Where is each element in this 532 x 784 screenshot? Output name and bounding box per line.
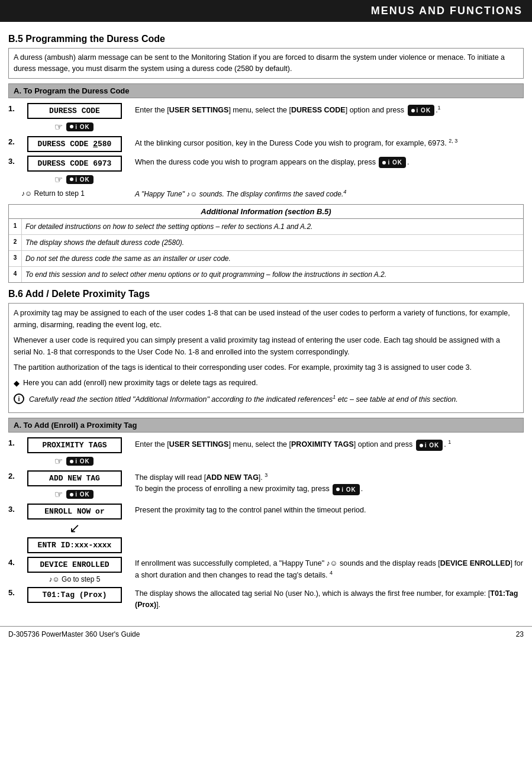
b6-step1-icon-row: ☞ i OK — [54, 456, 95, 467]
b6-step3-right: Present the proximity tag to the control… — [135, 504, 524, 516]
b6-step5-left: T01:Tag (Prox) — [21, 587, 128, 603]
b6-step4-display: DEVICE ENROLLED — [27, 557, 122, 573]
page-header: MENUS AND FUNCTIONS — [0, 0, 532, 22]
b6-step3-display1: ENROLL NOW or — [27, 504, 122, 520]
footer-right: 23 — [516, 630, 524, 638]
b6-step5-display: T01:Tag (Prox) — [27, 587, 122, 603]
page-footer: D-305736 PowerMaster 360 User's Guide 23 — [0, 626, 532, 642]
b5-step1-left: DURESS CODE ☞ i OK — [21, 103, 128, 133]
b5-step2-left: DURESS CODE 2580 — [21, 136, 128, 152]
b6-step2-display: ADD NEW TAG — [27, 470, 122, 486]
b5-step2-right: At the blinking cursor position, key in … — [135, 136, 524, 149]
b5-step1-right: Enter the [USER SETTINGS] menu, select t… — [135, 103, 524, 117]
b5-subsection-header: A. To Program the Duress Code — [8, 83, 524, 98]
b6-intro-p2: Whenever a user code is required you can… — [14, 334, 518, 358]
b5-info-num-1: 1 — [9, 219, 22, 234]
b6-step4-num: 4. — [8, 557, 21, 567]
ok-label-3: i OK — [75, 176, 90, 183]
b5-intro-box: A duress (ambush) alarm message can be s… — [8, 48, 524, 79]
b6-step4-right: If enrollment was successfully completed… — [135, 557, 524, 581]
b6-step3-num: 3. — [8, 504, 21, 514]
b5-return-label: ♪☺ Return to step 1 — [21, 189, 128, 198]
b5-step3-right: When the duress code you wish to program… — [135, 156, 524, 169]
b6-step5-num: 5. — [8, 587, 21, 597]
b5-step-3: 3. DURESS CODE 6973 ☞ i OK When the dure… — [8, 156, 524, 185]
b5-info-num-3: 3 — [9, 251, 22, 266]
b5-step2-display: DURESS CODE 2580 — [27, 136, 122, 152]
ok-button-b6-1[interactable]: i OK — [66, 457, 93, 466]
b6-info-note-row: i Carefully read the section titled "Add… — [14, 393, 518, 405]
ok-button-inline-1[interactable]: i OK — [408, 105, 435, 116]
ok-button-inline-b6-2[interactable]: i OK — [333, 484, 360, 495]
b5-step3-icon-row: ☞ i OK — [54, 174, 95, 185]
ok-button-inline-b6-1[interactable]: i OK — [416, 440, 443, 451]
ok-dot-3 — [70, 178, 73, 181]
b5-return-row: ♪☺ Return to step 1 A "Happy Tune" ♪☺ so… — [21, 189, 524, 198]
b5-info-text-1: For detailed instructions on how to sele… — [22, 219, 523, 234]
b6-step-3: 3. ENROLL NOW or ↙ ENTR ID:xxx-xxxx Pres… — [8, 504, 524, 553]
b5-step1-display: DURESS CODE — [27, 103, 122, 119]
b6-step-1: 1. PROXIMITY TAGS ☞ i OK Enter the [USER… — [8, 437, 524, 467]
b5-section-title: B.5 Programming the Duress Code — [8, 34, 524, 44]
b6-step2-left: ADD NEW TAG ☞ i OK — [21, 470, 128, 500]
b6-step3-enroll-box: ENROLL NOW or ↙ ENTR ID:xxx-xxxx — [27, 504, 122, 553]
b5-info-row-3: 3 Do not set the duress code the same as… — [9, 251, 523, 267]
b6-step1-left: PROXIMITY TAGS ☞ i OK — [21, 437, 128, 467]
b6-step3-display2: ENTR ID:xxx-xxxx — [27, 537, 122, 553]
b5-additional-info-title: Additional Information (section B.5) — [9, 205, 523, 219]
b6-intro-p3: The partition authorization of the tags … — [14, 362, 518, 373]
ok-button-inline-3[interactable]: i OK — [379, 157, 406, 168]
b5-info-num-2: 2 — [9, 235, 22, 250]
b5-step1-num: 1. — [8, 103, 21, 113]
page-body: B.5 Programming the Duress Code A duress… — [0, 22, 532, 620]
finger-icon-b6-2: ☞ — [54, 489, 63, 500]
b5-step3-display: DURESS CODE 6973 — [27, 156, 122, 172]
ok-button-b6-2[interactable]: i OK — [66, 490, 93, 499]
b6-step5-right: The display shows the allocated tag seri… — [135, 587, 524, 611]
b5-step3-left: DURESS CODE 6973 ☞ i OK — [21, 156, 128, 185]
b6-step-2: 2. ADD NEW TAG ☞ i OK The display will r… — [8, 470, 524, 500]
b5-step2-num: 2. — [8, 136, 21, 146]
b5-step-2: 2. DURESS CODE 2580 At the blinking curs… — [8, 136, 524, 152]
b6-step-5: 5. T01:Tag (Prox) The display shows the … — [8, 587, 524, 611]
b6-bullet-text: Here you can add (enroll) new proximity … — [23, 377, 258, 389]
b6-subsection-header: A. To Add (Enroll) a Proximity Tag — [8, 418, 524, 433]
b5-info-text-3: Do not set the duress code the same as a… — [22, 251, 523, 266]
b6-step3-left: ENROLL NOW or ↙ ENTR ID:xxx-xxxx — [21, 504, 128, 553]
b6-step1-num: 1. — [8, 437, 21, 447]
b6-info-note-text: Carefully read the section titled "Addit… — [29, 393, 458, 405]
finger-icon-3: ☞ — [54, 174, 63, 185]
b6-section-title: B.6 Add / Delete Proximity Tags — [8, 289, 524, 299]
footer-left: D-305736 PowerMaster 360 User's Guide — [8, 630, 140, 638]
b5-info-text-2: The display shows the default duress cod… — [22, 235, 523, 250]
b6-step-4: 4. DEVICE ENROLLED ♪☺ Go to step 5 If en… — [8, 557, 524, 583]
b5-additional-info: Additional Information (section B.5) 1 F… — [8, 204, 524, 283]
b6-step1-display: PROXIMITY TAGS — [27, 437, 122, 453]
b6-step4-left: DEVICE ENROLLED ♪☺ Go to step 5 — [21, 557, 128, 583]
ok-label-1: i OK — [75, 124, 90, 130]
b6-intro-box: A proximity tag may be assigned to each … — [8, 303, 524, 414]
b6-step2-right: The display will read [ADD NEW TAG]. 3 T… — [135, 470, 524, 495]
b5-info-row-2: 2 The display shows the default duress c… — [9, 235, 523, 251]
b5-info-text-4: To end this session and to select other … — [22, 267, 523, 282]
b5-step1-icon-row: ☞ i OK — [54, 121, 95, 133]
finger-icon-b6-1: ☞ — [54, 456, 63, 467]
diamond-icon: ◆ — [14, 378, 20, 390]
ok-button-1[interactable]: i OK — [66, 122, 93, 131]
curve-arrow-icon: ↙ — [69, 521, 80, 536]
b6-intro-p1: A proximity tag may be assigned to each … — [14, 307, 518, 331]
b5-return-right: A "Happy Tune" ♪☺ sounds. The display co… — [128, 189, 524, 198]
header-title: MENUS AND FUNCTIONS — [371, 5, 523, 17]
b5-info-row-4: 4 To end this session and to select othe… — [9, 267, 523, 282]
b6-step1-right: Enter the [USER SETTINGS] menu, select t… — [135, 437, 524, 451]
b6-bullet-row: ◆ Here you can add (enroll) new proximit… — [14, 377, 518, 390]
b5-step3-num: 3. — [8, 156, 21, 166]
ok-button-3[interactable]: i OK — [66, 175, 93, 184]
finger-icon-1: ☞ — [54, 121, 63, 133]
b5-info-num-4: 4 — [9, 267, 22, 282]
b6-step4-note: ♪☺ Go to step 5 — [49, 575, 101, 583]
ok-dot-1 — [70, 125, 73, 128]
b6-step2-num: 2. — [8, 470, 21, 480]
b6-step2-icon-row: ☞ i OK — [54, 489, 95, 500]
b5-step-1: 1. DURESS CODE ☞ i OK Enter the [USER SE… — [8, 103, 524, 133]
